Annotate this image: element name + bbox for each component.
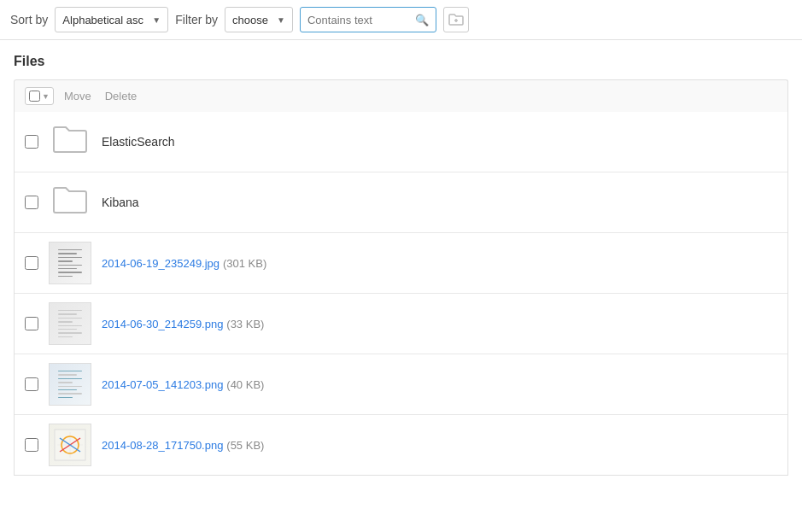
file-thumbnail-2 (49, 302, 91, 345)
folder-name-elasticsearch[interactable]: ElasticSearch (102, 135, 175, 149)
filter-dropdown-arrow: ▼ (277, 15, 285, 25)
files-title: Files (14, 54, 788, 69)
file-thumbnail-3 (49, 363, 91, 406)
file-size-1: (301 KB) (223, 257, 266, 270)
select-all-arrow[interactable]: ▼ (42, 92, 50, 101)
filter-by-label: Filter by (175, 13, 218, 26)
folder-icon (52, 184, 88, 220)
row-checkbox-file3[interactable] (25, 377, 38, 391)
files-section: Files ▼ Move Delete ElasticSearch (0, 40, 802, 476)
move-button[interactable]: Move (61, 88, 95, 104)
file-size-2: (33 KB) (226, 318, 264, 330)
sort-by-label: Sort by (10, 13, 48, 26)
filter-select-wrapper[interactable]: choose ▼ (225, 7, 293, 32)
file-name-1: 2014-06-19_235249.jpg (301 KB) (102, 256, 266, 270)
file-link-3[interactable]: 2014-07-05_141203.png (102, 378, 223, 391)
sort-dropdown-arrow: ▼ (152, 15, 161, 25)
row-checkbox-file4[interactable] (25, 438, 38, 452)
file-thumbnail-4 (49, 424, 91, 466)
file-name-4: 2014-08-28_171750.png (55 KB) (102, 438, 264, 452)
toolbar: Sort by Alphabetical asc ▼ Filter by cho… (0, 0, 802, 40)
folder-thumb-kibana (49, 181, 91, 224)
actions-bar: ▼ Move Delete (14, 79, 788, 112)
row-checkbox-file2[interactable] (25, 317, 38, 330)
row-checkbox-kibana[interactable] (25, 196, 38, 209)
sort-select-wrapper[interactable]: Alphabetical asc ▼ (55, 7, 168, 32)
file-link-2[interactable]: 2014-06-30_214259.png (102, 318, 223, 330)
row-checkbox-file1[interactable] (25, 256, 38, 270)
folder-add-icon (448, 13, 464, 26)
row-checkbox-elasticsearch[interactable] (25, 135, 38, 149)
file-thumb-1 (49, 242, 91, 284)
file-size-4: (55 KB) (226, 439, 264, 452)
filter-select[interactable]: choose (232, 14, 272, 26)
select-all-checkbox[interactable] (29, 91, 40, 102)
folder-icon (52, 124, 88, 160)
file-link-4[interactable]: 2014-08-28_171750.png (102, 439, 223, 452)
table-row: Kibana (15, 172, 787, 233)
sort-select[interactable]: Alphabetical asc (62, 14, 147, 26)
delete-button[interactable]: Delete (102, 88, 141, 104)
file-link-1[interactable]: 2014-06-19_235249.jpg (102, 257, 220, 270)
folder-name-kibana[interactable]: Kibana (102, 196, 139, 209)
file-thumb-4 (49, 424, 91, 466)
table-row: 2014-08-28_171750.png (55 KB) (15, 415, 787, 475)
file-size-3: (40 KB) (226, 378, 264, 391)
select-all-checkbox-wrapper[interactable]: ▼ (25, 87, 54, 105)
file-name-2: 2014-06-30_214259.png (33 KB) (102, 317, 264, 330)
folder-thumb-elasticsearch (49, 120, 91, 163)
file-thumb-2 (49, 302, 91, 345)
file-name-3: 2014-07-05_141203.png (40 KB) (102, 377, 264, 391)
file-thumbnail-1 (49, 242, 91, 284)
table-row: 2014-07-05_141203.png (40 KB) (15, 354, 787, 415)
file-thumb-3 (49, 363, 91, 406)
search-input[interactable] (307, 14, 412, 26)
search-box[interactable]: 🔍 (300, 7, 436, 32)
file-list: ElasticSearch Kibana (14, 112, 788, 476)
table-row: 2014-06-30_214259.png (33 KB) (15, 294, 787, 354)
new-folder-button[interactable] (443, 7, 469, 32)
table-row: ElasticSearch (15, 112, 787, 172)
table-row: 2014-06-19_235249.jpg (301 KB) (15, 233, 787, 294)
diagram-svg (53, 428, 87, 462)
search-icon[interactable]: 🔍 (415, 14, 429, 26)
